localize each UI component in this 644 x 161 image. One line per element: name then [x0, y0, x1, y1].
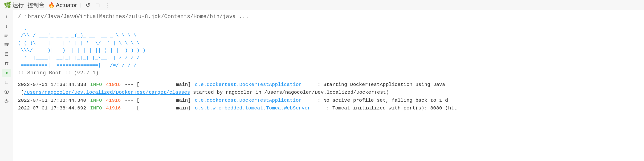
run-button[interactable]: 🌿 运行 — [4, 2, 24, 9]
toolbar: 🌿 运行 控制台 🔥 Actuator ↺ □ ⋮ — [0, 0, 644, 10]
log-message-1: : Starting DockerTestApplication using J… — [303, 81, 445, 89]
run-active-button[interactable] — [2, 69, 11, 77]
log-thread-3: main] — [144, 96, 194, 104]
log-class-4: o.s.b.w.embedded.tomcat.TomcatWebServer — [195, 104, 310, 112]
log-level-3: INFO — [90, 96, 105, 104]
console-output[interactable]: /Library/Java/JavaVirtualMachines/zulu-8… — [13, 10, 644, 161]
log-level-1: INFO — [90, 81, 105, 89]
scroll-down-button[interactable]: ↓ — [2, 22, 11, 30]
actuator-label: Actuator — [56, 2, 77, 8]
log-sep-1: --- [ — [122, 81, 142, 89]
spring-boot-version: :: Spring Boot :: (v2.7.1) — [18, 69, 639, 77]
console-label: 控制台 — [28, 2, 44, 9]
log-level-4: INFO — [90, 104, 105, 112]
print-button[interactable] — [2, 50, 11, 58]
log-timestamp-1: 2022-07-01 17:38:44.338 — [18, 81, 89, 89]
log-entry-1: 2022-07-01 17:38:44.338 INFO 41916 --- [… — [18, 81, 639, 89]
log-pid-1: 41916 — [106, 81, 120, 89]
wrap-lines-button[interactable] — [2, 31, 11, 40]
log-entry-4: 2022-07-01 17:38:44.692 INFO 41916 --- [… — [18, 104, 639, 112]
svg-point-4 — [6, 100, 7, 102]
clear-button[interactable] — [2, 59, 11, 68]
log-thread-1: main] — [144, 81, 194, 89]
log-entry-2: ( /Users/nagocoler/Dev.localized/DockerT… — [18, 88, 639, 96]
log-timestamp-4: 2022-07-01 17:38:44.692 — [18, 104, 89, 112]
run-icon: 🌿 — [4, 2, 11, 9]
spring-banner: . ____ _ __ _ _ /\\ / ___'_ __ _ _(_)_ _… — [18, 25, 639, 69]
scroll-up-button[interactable]: ↑ — [2, 12, 11, 21]
toolbar-divider — [80, 3, 81, 8]
log-timestamp-3: 2022-07-01 17:38:44.340 — [18, 96, 89, 104]
info-button[interactable] — [2, 88, 11, 96]
settings-sidebar-button[interactable] — [2, 97, 11, 106]
log-pid-4: 41916 — [106, 104, 120, 112]
soft-wrap-button[interactable] — [2, 40, 11, 49]
log-pid-3: 41916 — [106, 96, 120, 104]
log-message-4: : Tomcat initialized with port(s): 8080 … — [312, 104, 457, 112]
log-link-2[interactable]: /Users/nagocoler/Dev.localized/DockerTes… — [24, 88, 190, 96]
log-sep-4: --- [ — [122, 104, 142, 112]
log-suffix-2: started by nagocoler in /Users/nagocoler… — [190, 88, 389, 96]
spring-boot-label: :: Spring Boot :: (v2.7.1) — [18, 70, 99, 76]
actuator-icon: 🔥 — [48, 2, 55, 8]
console-button[interactable]: 控制台 — [28, 2, 44, 9]
log-sep-3: --- [ — [122, 96, 142, 104]
log-class-3: c.e.dockertest.DockerTestApplication — [195, 96, 302, 104]
main-container: 🌿 运行 控制台 🔥 Actuator ↺ □ ⋮ ↑ ↓ — [0, 0, 644, 161]
log-message-3: : No active profile set, falling back to… — [303, 96, 448, 104]
log-thread-4: main] — [144, 104, 194, 112]
svg-rect-2 — [5, 81, 8, 84]
log-prefix-2: ( — [18, 88, 24, 96]
actuator-button[interactable]: 🔥 Actuator — [48, 2, 77, 8]
stop-button[interactable]: □ — [95, 2, 100, 8]
log-class-1: c.e.dockertest.DockerTestApplication — [195, 81, 302, 89]
run-label: 运行 — [12, 2, 24, 9]
refresh-button[interactable]: ↺ — [84, 2, 91, 8]
svg-point-1 — [8, 54, 8, 54]
log-entry-3: 2022-07-01 17:38:44.340 INFO 41916 --- [… — [18, 96, 639, 104]
sidebar: ↑ ↓ — [0, 10, 13, 161]
stop-sidebar-button[interactable] — [2, 78, 11, 86]
more-button[interactable]: ⋮ — [104, 2, 112, 8]
content-area: ↑ ↓ — [0, 10, 644, 161]
java-path: /Library/Java/JavaVirtualMachines/zulu-8… — [18, 13, 639, 21]
